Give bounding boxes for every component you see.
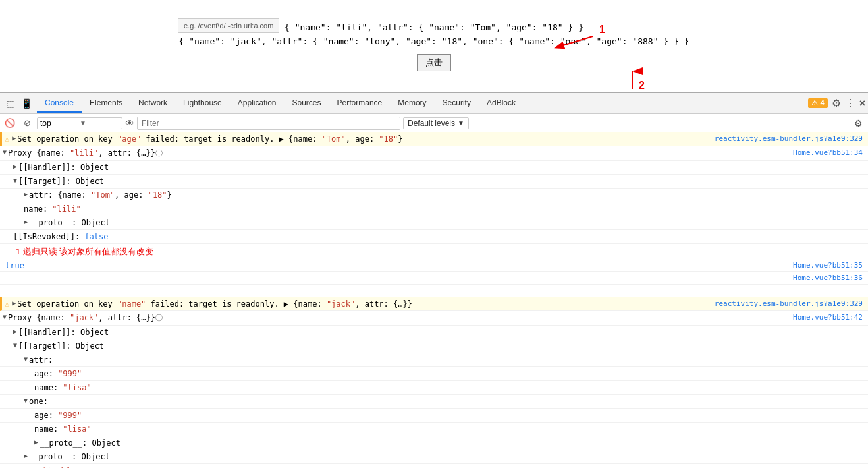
expand-attr-tom[interactable]: ▶ — [24, 190, 28, 198]
file-link-1[interactable]: reactivity.esm-bundler.js?a1e9:329 — [709, 133, 868, 144]
close-icon[interactable]: × — [859, 98, 865, 109]
expand-target-jack[interactable]: ▼ — [13, 341, 17, 349]
expand-jack[interactable]: ▼ — [3, 313, 7, 320]
info-icon-lili: ⓘ — [155, 148, 163, 158]
annotation1-text: 1 递归只读 该对象所有值都没有改变 — [16, 246, 153, 258]
tab-memory[interactable]: Memory — [390, 94, 434, 113]
proxy-lili-row: ▼ Proxy {name: "lili", attr: {…}} ⓘ Home… — [0, 146, 868, 161]
attr-jack-row: ▼ attr: — [0, 353, 868, 367]
warning-row-2: ⚠ ▶ Set operation on key "name" failed: … — [0, 297, 868, 311]
proxy-jack-row: ▼ Proxy {name: "jack", attr: {…}} ⓘ Home… — [0, 311, 868, 326]
svg-text:2: 2 — [639, 80, 645, 91]
tab-security[interactable]: Security — [435, 94, 479, 113]
expand-arrow-2[interactable]: ▶ — [12, 299, 16, 307]
more-icon[interactable]: ⋮ — [845, 97, 855, 109]
devtools-panel: ⬚ 📱 Console Elements Network Lighthouse … — [0, 92, 868, 468]
tab-network[interactable]: Network — [130, 94, 175, 113]
tab-console[interactable]: Console — [37, 94, 82, 113]
one-name-row: name: "lisa" — [0, 423, 868, 436]
true-row-1: true Home.vue?bb51:35 — [0, 260, 868, 272]
warn-icon-2: ⚠ — [5, 299, 9, 308]
proto-jack2-row: ▶ __proto__: Object — [0, 450, 868, 464]
filter-input[interactable] — [137, 117, 400, 130]
file36-row: Home.vue?bb51:36 — [0, 272, 868, 285]
settings-icon[interactable]: ⚙ — [832, 97, 841, 109]
target-row: ▼ [[Target]]: Object — [0, 175, 868, 189]
eye-icon[interactable]: 👁 — [125, 118, 134, 129]
file-link-2[interactable]: reactivity.esm-bundler.js?a1e9:329 — [709, 298, 868, 309]
warn-icon-1: ⚠ — [5, 134, 9, 144]
file-35[interactable]: Home.vue?bb51:35 — [793, 261, 863, 270]
expand-lili[interactable]: ▼ — [3, 148, 7, 156]
page-code: { "name": "lili", "attr": { "name": "Tom… — [179, 21, 690, 49]
file-36[interactable]: Home.vue?bb51:36 — [788, 272, 868, 283]
name-jack-row: name: "jack" — [0, 464, 868, 468]
warning-badge: ⚠ 4 — [808, 98, 827, 108]
separator: ------------------------------ — [0, 285, 868, 297]
console-content: ⚠ ▶ Set operation on key "age" failed: t… — [0, 132, 868, 468]
expand-target[interactable]: ▼ — [13, 177, 17, 184]
warning-row-1: ⚠ ▶ Set operation on key "age" failed: t… — [0, 132, 868, 146]
tabs-bar: ⬚ 📱 Console Elements Network Lighthouse … — [0, 93, 868, 114]
annotation1-row: 1 递归只读 该对象所有值都没有改变 — [0, 244, 868, 260]
expand-handler[interactable]: ▶ — [13, 163, 17, 170]
device-icon[interactable]: 📱 — [18, 96, 34, 111]
expand-arrow-1[interactable]: ▶ — [12, 134, 16, 142]
console-settings-icon[interactable]: ⚙ — [851, 118, 865, 129]
code-line2: { "name": "jack", "attr": { "name": "ton… — [179, 35, 690, 49]
attr-tom-row: ▶ attr: {name: "Tom", age: "18"} — [0, 189, 868, 202]
levels-arrow: ▼ — [458, 119, 464, 127]
file-lili-34[interactable]: Home.vue?bb51:34 — [788, 147, 868, 158]
handler-jack-row: ▶ [[Handler]]: Object — [0, 326, 868, 339]
browser-page: { "name": "lili", "attr": { "name": "Tom… — [0, 0, 868, 92]
target-jack-row: ▼ [[Target]]: Object — [0, 339, 868, 353]
expand-one-jack[interactable]: ▼ — [24, 397, 28, 404]
tabs-right: ⚠ 4 ⚙ ⋮ × — [808, 97, 865, 109]
file-jack-42[interactable]: Home.vue?bb51:42 — [788, 312, 868, 323]
default-levels-selector[interactable]: Default levels ▼ — [403, 117, 469, 129]
tab-performance[interactable]: Performance — [329, 94, 391, 113]
expand-proto-lili[interactable]: ▶ — [24, 218, 28, 225]
clear-console-button[interactable]: 🚫 — [3, 116, 17, 131]
click-button[interactable]: 点击 — [417, 54, 451, 71]
inspect-icon[interactable]: ⬚ — [3, 96, 18, 111]
proto-lili-row: ▶ __proto__: Object — [0, 216, 868, 230]
one-proto-row: ▶ __proto__: Object — [0, 436, 868, 450]
code-line1: { "name": "lili", "attr": { "name": "Tom… — [179, 21, 690, 35]
one-age-row: age: "999" — [0, 409, 868, 423]
filter-button[interactable]: ⊘ — [20, 116, 34, 131]
info-icon-jack: ⓘ — [155, 313, 163, 323]
one-jack-row: ▼ one: — [0, 395, 868, 409]
isrevoked-lili-row: [[IsRevoked]]: false — [0, 230, 868, 244]
name-lili-row: name: "lili" — [0, 202, 868, 216]
tab-application[interactable]: Application — [230, 94, 285, 113]
tab-lighthouse[interactable]: Lighthouse — [175, 94, 230, 113]
expand-proto-jack2[interactable]: ▶ — [24, 452, 28, 459]
handler-row: ▶ [[Handler]]: Object — [0, 161, 868, 175]
attr-age-row: age: "999" — [0, 367, 868, 381]
expand-attr-jack[interactable]: ▼ — [24, 355, 28, 363]
tab-sources[interactable]: Sources — [285, 94, 329, 113]
console-toolbar: 🚫 ⊘ top ▼ 👁 Default levels ▼ ⚙ — [0, 114, 868, 132]
attr-name-row: name: "lisa" — [0, 381, 868, 395]
context-selector[interactable]: top ▼ — [37, 117, 122, 129]
tab-icons: ⬚ 📱 — [3, 96, 34, 111]
tab-elements[interactable]: Elements — [82, 94, 130, 113]
selector-arrow: ▼ — [80, 119, 119, 127]
tab-adblock[interactable]: AdBlock — [479, 94, 524, 113]
expand-handler-jack[interactable]: ▶ — [13, 328, 17, 335]
expand-one-proto[interactable]: ▶ — [34, 438, 38, 446]
